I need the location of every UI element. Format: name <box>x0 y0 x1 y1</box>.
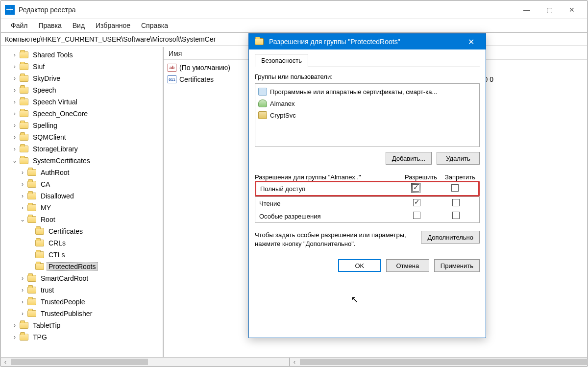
deny-checkbox[interactable] <box>451 184 459 192</box>
tree-item-sqmclient[interactable]: ›SQMClient <box>8 131 163 143</box>
users-list[interactable]: Программные или аппаратные сертификаты, … <box>255 83 480 147</box>
tree-item-label: Disallowed <box>39 192 76 200</box>
hscrollbar[interactable]: ‹ ‹ › <box>1 357 587 366</box>
tree-item-certificates[interactable]: Certificates <box>24 225 163 237</box>
expander-icon[interactable]: › <box>11 75 19 82</box>
binary-value-icon: 011 <box>168 75 176 83</box>
remove-button[interactable]: Удалить <box>437 152 480 165</box>
cancel-button[interactable]: Отмена <box>386 259 429 272</box>
tree-item-authroot[interactable]: ›AuthRoot <box>16 167 163 178</box>
scroll-left2-icon[interactable]: ‹ <box>290 358 299 366</box>
regedit-icon <box>5 5 15 15</box>
tree-item-systemcertificates[interactable]: ⌄SystemCertificates <box>8 155 163 167</box>
user-name: CryptSvc <box>270 112 296 119</box>
user-row[interactable]: Almanex <box>258 98 476 109</box>
expander-icon[interactable]: › <box>19 193 26 199</box>
expander-icon[interactable]: ⌄ <box>11 157 19 164</box>
tree-item-label: StorageLibrary <box>31 145 80 153</box>
tree-item-tablettip[interactable]: ›TabletTip <box>8 319 163 331</box>
expander-icon[interactable]: › <box>11 134 19 141</box>
tab-security[interactable]: Безопасность <box>255 54 308 67</box>
expander-icon[interactable]: › <box>19 169 26 176</box>
menu-favorites[interactable]: Избранное <box>91 20 135 31</box>
tree-item-label: CA <box>39 180 52 189</box>
dialog-close-button[interactable]: ✕ <box>461 34 481 49</box>
expander-icon[interactable]: › <box>11 322 19 329</box>
expander-icon[interactable]: › <box>19 275 26 282</box>
close-button[interactable]: ✕ <box>561 2 583 18</box>
expander-icon[interactable]: › <box>19 287 26 294</box>
expander-icon[interactable]: › <box>11 122 19 129</box>
scroll-left-icon[interactable]: ‹ <box>1 358 10 366</box>
tree-item-spelling[interactable]: ›Spelling <box>8 120 163 131</box>
expander-icon[interactable]: › <box>11 63 19 70</box>
value-name: Certificates <box>179 75 214 83</box>
tree-item-label: TrustedPeople <box>39 297 87 306</box>
expander-icon[interactable]: › <box>11 98 19 105</box>
folder-icon <box>27 204 36 211</box>
folder-icon <box>255 38 264 45</box>
tree-item-label: Siuf <box>31 62 47 71</box>
tree-item-label: CTLs <box>47 250 67 259</box>
tab-strip: Безопасность <box>255 52 480 67</box>
tree-item-speech[interactable]: ›Speech <box>8 84 163 96</box>
expander-icon[interactable]: › <box>19 204 26 211</box>
add-button[interactable]: Добавить... <box>386 152 432 165</box>
tree-item-ctls[interactable]: CTLs <box>24 249 163 261</box>
tree-item-shared-tools[interactable]: ›Shared Tools <box>8 49 163 61</box>
advanced-button[interactable]: Дополнительно <box>421 231 480 244</box>
tree-item-smartcardroot[interactable]: ›SmartCardRoot <box>16 272 163 284</box>
tree-item-speech-onecore[interactable]: ›Speech_OneCore <box>8 108 163 120</box>
expander-icon[interactable]: › <box>19 298 26 305</box>
expander-icon[interactable]: › <box>19 310 26 317</box>
tree-item-protectedroots[interactable]: ProtectedRoots <box>24 261 163 272</box>
tree-item-crls[interactable]: CRLs <box>24 237 163 249</box>
tree-item-label: trust <box>39 286 56 294</box>
expander-icon[interactable]: › <box>11 110 19 117</box>
tree-item-speech-virtual[interactable]: ›Speech Virtual <box>8 96 163 108</box>
tree-item-ca[interactable]: ›CA <box>16 178 163 190</box>
col-allow: Разрешить <box>401 173 441 181</box>
user-row[interactable]: CryptSvc <box>258 109 476 121</box>
expander-icon[interactable]: ⌄ <box>19 216 26 223</box>
allow-checkbox[interactable] <box>413 199 420 206</box>
allow-checkbox[interactable] <box>413 212 420 219</box>
tree-item-tpg[interactable]: ›TPG <box>8 331 163 343</box>
minimize-button[interactable]: — <box>515 2 538 18</box>
tree-item-label: Shared Tools <box>31 50 74 59</box>
folder-icon <box>20 98 28 105</box>
folder-icon <box>20 75 28 82</box>
maximize-button[interactable]: ▢ <box>538 2 561 18</box>
tree-item-my[interactable]: ›MY <box>16 202 163 214</box>
tree-item-disallowed[interactable]: ›Disallowed <box>16 190 163 202</box>
tree-item-root[interactable]: ⌄Root <box>16 214 163 225</box>
tree-item-trust[interactable]: ›trust <box>16 284 163 296</box>
tree-item-siuf[interactable]: ›Siuf <box>8 61 163 73</box>
user-row[interactable]: Программные или аппаратные сертификаты, … <box>258 86 476 98</box>
menu-view[interactable]: Вид <box>68 20 90 31</box>
registry-tree[interactable]: ›Shared Tools›Siuf›SkyDrive›Speech›Speec… <box>1 49 163 343</box>
tree-item-skydrive[interactable]: ›SkyDrive <box>8 73 163 84</box>
expander-icon[interactable]: › <box>11 146 19 152</box>
expander-icon[interactable]: › <box>11 334 19 341</box>
allow-checkbox[interactable] <box>412 184 419 192</box>
tree-item-trustedpeople[interactable]: ›TrustedPeople <box>16 296 163 308</box>
deny-checkbox[interactable] <box>452 212 460 219</box>
folder-icon <box>35 228 44 235</box>
menu-file[interactable]: Файл <box>6 20 32 31</box>
perm-name: Полный доступ <box>260 185 396 193</box>
advanced-hint: Чтобы задать особые разрешения или парам… <box>255 231 416 248</box>
expander-icon[interactable]: › <box>11 51 19 58</box>
ok-button[interactable]: OK <box>338 259 381 272</box>
folder-icon <box>35 251 44 258</box>
expander-icon[interactable]: › <box>19 181 26 188</box>
dialog-titlebar[interactable]: Разрешения для группы "ProtectedRoots" ✕ <box>249 34 486 49</box>
tree-item-storagelibrary[interactable]: ›StorageLibrary <box>8 143 163 155</box>
menu-edit[interactable]: Правка <box>33 20 66 31</box>
folder-icon <box>20 146 28 152</box>
deny-checkbox[interactable] <box>452 199 460 206</box>
apply-button[interactable]: Применить <box>434 259 480 272</box>
menu-help[interactable]: Справка <box>136 20 173 31</box>
tree-item-trustedpublisher[interactable]: ›TrustedPublisher <box>16 308 163 319</box>
expander-icon[interactable]: › <box>11 87 19 94</box>
